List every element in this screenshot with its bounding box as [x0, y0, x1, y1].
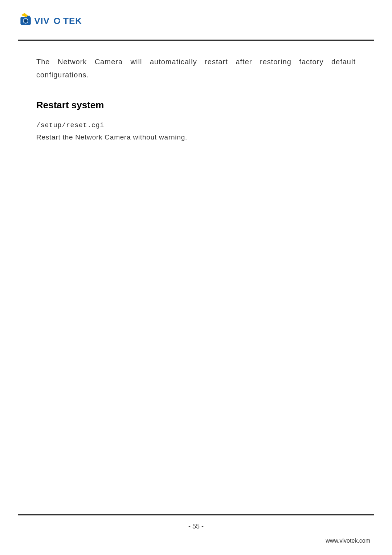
svg-text:VIV: VIV: [34, 16, 50, 26]
svg-rect-3: [27, 16, 30, 18]
section-title: Restart system: [36, 100, 356, 111]
vivotek-logo: VIV O TEK: [18, 11, 94, 32]
svg-text:O: O: [53, 16, 60, 26]
logo-container: VIV O TEK: [18, 11, 374, 32]
main-content: The Network Camera will automatically re…: [0, 41, 392, 514]
logo-icon: [20, 13, 30, 25]
page-container: VIV O TEK The Network Camera will automa…: [0, 0, 392, 555]
header: VIV O TEK: [0, 0, 392, 40]
restart-system-section: Restart system /setup/reset.cgi Restart …: [36, 100, 356, 143]
logo-svg: VIV O TEK: [18, 11, 94, 31]
page-number: - 55 -: [0, 523, 392, 530]
footer-divider: [18, 514, 374, 515]
intro-paragraph: The Network Camera will automatically re…: [36, 55, 356, 81]
svg-point-6: [57, 20, 60, 22]
svg-text:TEK: TEK: [63, 16, 82, 26]
footer: - 55 - www.vivotek.com: [0, 514, 392, 555]
website-url: www.vivotek.com: [0, 538, 392, 544]
svg-point-2: [24, 20, 27, 23]
code-path: /setup/reset.cgi: [36, 122, 356, 129]
restart-description: Restart the Network Camera without warni…: [36, 132, 356, 143]
